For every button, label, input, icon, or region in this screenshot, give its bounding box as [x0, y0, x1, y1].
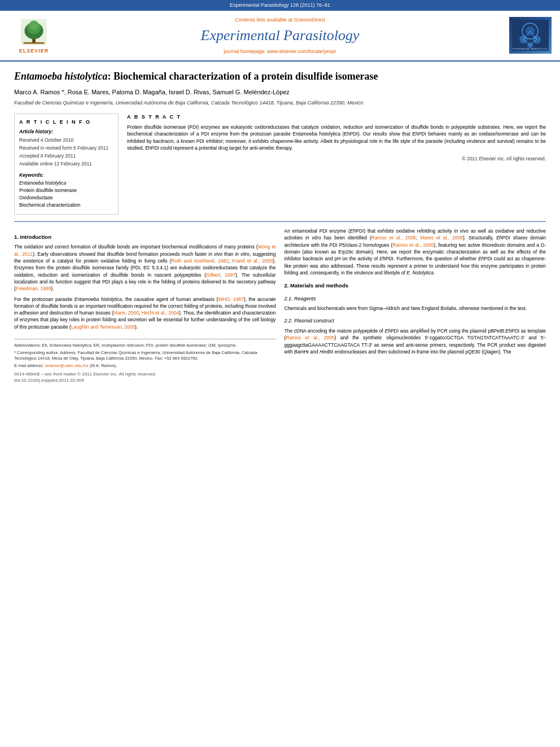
plasmid-heading: 2.2. Plasmid construct — [285, 317, 546, 325]
available-date: Available online 12 February 2011 — [19, 161, 113, 168]
plasmid-text: The cDNA encoding the mature polypeptide… — [285, 327, 546, 355]
article-issn: 0014-4894/$ – see front matter © 2011 El… — [14, 371, 276, 383]
journal-center: Contents lists available at ScienceDirec… — [59, 16, 501, 55]
sciencedirect-link: Contents lists available at ScienceDirec… — [59, 16, 501, 24]
keyword-2: Protein disulfide isomerase — [19, 187, 113, 194]
cover-art-icon: EXPERIMENTAL PARASITOLOGY — [512, 20, 549, 51]
keywords-label: Keywords: — [19, 172, 113, 179]
title-italic: Entamoeba histolytica — [14, 71, 108, 82]
abbreviations-footnote: Abbreviations: Eh, Entamoeba histolytica… — [14, 343, 276, 349]
footnotes: Abbreviations: Eh, Entamoeba histolytica… — [14, 339, 276, 383]
journal-logo-right: EXPERIMENTAL PARASITOLOGY — [501, 17, 552, 54]
svg-point-4 — [29, 20, 39, 30]
journal-citation-bar: Experimental Parasitology 128 (2011) 76–… — [0, 0, 560, 11]
received-date-1: Received 4 October 2010 — [19, 137, 113, 144]
corresponding-footnote: * Corresponding author. Address: Faculta… — [14, 350, 276, 362]
copyright-notice: © 2011 Elsevier Inc. All rights reserved… — [127, 156, 546, 163]
info-abstract-section: A R T I C L E I N F O Article history: R… — [14, 113, 546, 215]
keyword-1: Entamoeba histolytica — [19, 180, 113, 187]
elsevier-tree-icon — [17, 16, 51, 47]
article-affiliation: Facultad de Ciencias Químicas e Ingenier… — [14, 99, 546, 107]
abstract-title: A B S T R A C T — [127, 113, 546, 121]
reagents-text: Chemicals and biochemicals were from Sig… — [285, 305, 546, 312]
materials-heading: 2. Materials and methods — [285, 282, 546, 289]
page: Experimental Parasitology 128 (2011) 76–… — [0, 0, 560, 747]
received-date-2: Received in revised form 5 February 2011 — [19, 145, 113, 152]
keyword-4: Biochemical characterization — [19, 202, 113, 209]
article-content: Entamoeba histolytica: Biochemical chara… — [0, 62, 560, 395]
article-title: Entamoeba histolytica: Biochemical chara… — [14, 70, 546, 83]
article-info-title: A R T I C L E I N F O — [19, 119, 113, 126]
elsevier-logo: ELSEVIER — [8, 16, 59, 55]
journal-cover-image: EXPERIMENTAL PARASITOLOGY — [509, 17, 552, 54]
intro-para-1: The oxidation and correct formation of d… — [14, 243, 276, 292]
intro-heading: 1. Introduction — [14, 233, 276, 241]
body-left-column: 1. Introduction The oxidation and correc… — [14, 228, 276, 383]
intro-para-2: For the protozoan parasite Entamoeba his… — [14, 296, 276, 331]
svg-text:EXPERIMENTAL PARASITOLOGY: EXPERIMENTAL PARASITOLOGY — [513, 47, 548, 50]
accepted-date: Accepted 8 February 2011 — [19, 153, 113, 160]
journal-title: Experimental Parasitology — [59, 25, 501, 46]
reagents-heading: 2.1. Reagents — [285, 295, 546, 303]
email-footnote: E-mail address: mramos@uabc.edu.mx (M.A.… — [14, 363, 276, 369]
section-divider — [14, 221, 546, 222]
history-label: Article history: — [19, 129, 113, 136]
journal-homepage: journal homepage: www.elsevier.com/locat… — [59, 48, 501, 55]
abstract-box: A B S T R A C T Protein disulfide isomer… — [127, 113, 546, 215]
body-right-column: An entamoebal PDI enzyme (EhPDI) that ex… — [285, 228, 546, 383]
svg-rect-5 — [24, 42, 45, 44]
keyword-3: Oxidoreductase — [19, 195, 113, 202]
article-info-box: A R T I C L E I N F O Article history: R… — [14, 113, 119, 215]
right-para-1: An entamoebal PDI enzyme (EhPDI) that ex… — [285, 228, 546, 276]
article-authors: Marco A. Ramos *, Rosa E. Mares, Paloma … — [14, 88, 546, 97]
body-columns: 1. Introduction The oxidation and correc… — [14, 228, 546, 383]
elsevier-text: ELSEVIER — [19, 47, 49, 55]
abstract-text: Protein disulfide isomerase (PDI) enzyme… — [127, 124, 546, 151]
journal-citation: Experimental Parasitology 128 (2011) 76–… — [230, 2, 330, 8]
journal-header: ELSEVIER Contents lists available at Sci… — [0, 11, 560, 62]
title-regular: : Biochemical characterization of a prot… — [108, 71, 378, 82]
